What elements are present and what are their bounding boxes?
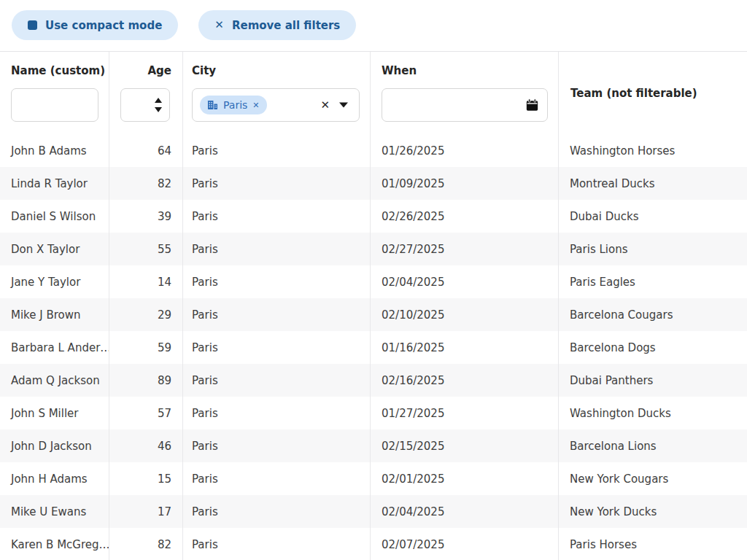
cell-age: 17 <box>109 495 183 528</box>
cell-name: Don X Taylor <box>0 233 109 265</box>
cell-name: Adam Q Jackson <box>0 364 109 397</box>
column-title-name: Name (custom) <box>11 64 98 77</box>
cell-name: Jane Y Taylor <box>0 265 109 298</box>
table-row: Adam Q Jackson 89 Paris 02/16/2025 Dubai… <box>0 364 747 397</box>
cell-when: 02/01/2025 <box>371 462 559 495</box>
cell-team: Washington Ducks <box>559 397 747 429</box>
cell-team: Paris Horses <box>559 528 747 560</box>
cell-when: 02/04/2025 <box>371 265 559 298</box>
cell-team: Washington Horses <box>559 134 747 167</box>
filled-square-icon <box>28 20 37 30</box>
cell-age: 15 <box>109 462 183 495</box>
city-chip-paris[interactable]: Paris ✕ <box>200 96 267 114</box>
cell-city: Paris <box>183 200 371 233</box>
name-filter-input[interactable] <box>11 88 98 122</box>
cell-when: 01/27/2025 <box>371 397 559 429</box>
table-row: Barbara L Ander… 59 Paris 01/16/2025 Bar… <box>0 331 747 364</box>
table-row: John S Miller 57 Paris 01/27/2025 Washin… <box>0 397 747 429</box>
cell-name: Barbara L Ander… <box>0 331 109 364</box>
close-icon: ✕ <box>214 20 224 31</box>
cell-team: Montreal Ducks <box>559 167 747 200</box>
age-filter-input[interactable] <box>120 88 170 122</box>
when-filter-datepicker <box>382 88 548 122</box>
cell-when: 02/27/2025 <box>371 233 559 265</box>
column-header-age: Age <box>109 52 183 134</box>
cell-age: 39 <box>109 200 183 233</box>
cell-when: 02/15/2025 <box>371 429 559 462</box>
cell-city: Paris <box>183 167 371 200</box>
cell-when: 02/26/2025 <box>371 200 559 233</box>
column-title-when: When <box>382 64 547 77</box>
table-row: Mike J Brown 29 Paris 02/10/2025 Barcelo… <box>0 298 747 331</box>
cell-age: 64 <box>109 134 183 167</box>
cell-city: Paris <box>183 429 371 462</box>
cell-team: New York Cougars <box>559 462 747 495</box>
cell-age: 89 <box>109 364 183 397</box>
compact-mode-label: Use compact mode <box>45 19 162 32</box>
cell-name: Daniel S Wilson <box>0 200 109 233</box>
cell-name: Linda R Taylor <box>0 167 109 200</box>
cell-when: 01/09/2025 <box>371 167 559 200</box>
cell-city: Paris <box>183 397 371 429</box>
cell-name: Mike U Ewans <box>0 495 109 528</box>
table-row: John H Adams 15 Paris 02/01/2025 New Yor… <box>0 462 747 495</box>
table-row: Daniel S Wilson 39 Paris 02/26/2025 Duba… <box>0 200 747 233</box>
cell-team: Paris Eagles <box>559 265 747 298</box>
cell-team: Barcelona Cougars <box>559 298 747 331</box>
city-filter-multiselect[interactable]: Paris ✕ ✕ <box>192 88 360 122</box>
cell-city: Paris <box>183 495 371 528</box>
cell-age: 59 <box>109 331 183 364</box>
table-header: Name (custom) Age City <box>0 52 747 134</box>
table-row: Don X Taylor 55 Paris 02/27/2025 Paris L… <box>0 233 747 265</box>
cell-team: New York Ducks <box>559 495 747 528</box>
cell-city: Paris <box>183 462 371 495</box>
cell-name: Mike J Brown <box>0 298 109 331</box>
cell-when: 02/16/2025 <box>371 364 559 397</box>
remove-filters-label: Remove all filters <box>232 19 340 32</box>
cell-team: Barcelona Dogs <box>559 331 747 364</box>
cell-city: Paris <box>183 233 371 265</box>
chevron-down-icon[interactable] <box>339 103 348 108</box>
cell-team: Dubai Panthers <box>559 364 747 397</box>
table-row: Jane Y Taylor 14 Paris 02/04/2025 Paris … <box>0 265 747 298</box>
city-building-icon <box>207 100 218 110</box>
toolbar: Use compact mode ✕ Remove all filters <box>0 0 747 51</box>
clear-filter-icon[interactable]: ✕ <box>320 100 330 111</box>
table-row: John B Adams 64 Paris 01/26/2025 Washing… <box>0 134 747 167</box>
compact-mode-button[interactable]: Use compact mode <box>12 10 178 40</box>
cell-age: 82 <box>109 167 183 200</box>
column-title-age: Age <box>120 64 171 77</box>
multiselect-controls: ✕ <box>320 100 348 111</box>
cell-city: Paris <box>183 298 371 331</box>
column-header-when: When <box>371 52 559 134</box>
age-filter-stepper <box>120 88 170 122</box>
cell-age: 46 <box>109 429 183 462</box>
stepper-up-icon[interactable] <box>155 98 162 103</box>
cell-city: Paris <box>183 528 371 560</box>
cell-team: Dubai Ducks <box>559 200 747 233</box>
table-row: John D Jackson 46 Paris 02/15/2025 Barce… <box>0 429 747 462</box>
table-row: Karen B McGreg… 82 Paris 02/07/2025 Pari… <box>0 528 747 560</box>
when-filter-input[interactable] <box>382 88 548 122</box>
column-header-name: Name (custom) <box>0 52 109 134</box>
remove-all-filters-button[interactable]: ✕ Remove all filters <box>198 10 356 40</box>
stepper-buttons <box>155 98 162 112</box>
chip-remove-icon[interactable]: ✕ <box>252 101 259 109</box>
table-body: John B Adams 64 Paris 01/26/2025 Washing… <box>0 134 747 560</box>
cell-name: John D Jackson <box>0 429 109 462</box>
city-chip-label: Paris <box>223 99 247 111</box>
column-title-city: City <box>192 64 359 77</box>
cell-team: Barcelona Lions <box>559 429 747 462</box>
cell-city: Paris <box>183 331 371 364</box>
cell-city: Paris <box>183 134 371 167</box>
cell-age: 14 <box>109 265 183 298</box>
table-row: Linda R Taylor 82 Paris 01/09/2025 Montr… <box>0 167 747 200</box>
cell-when: 02/10/2025 <box>371 298 559 331</box>
calendar-icon[interactable] <box>526 99 538 112</box>
column-header-team: Team (not filterable) <box>559 52 747 134</box>
stepper-down-icon[interactable] <box>155 107 162 112</box>
cell-when: 01/16/2025 <box>371 331 559 364</box>
cell-when: 02/07/2025 <box>371 528 559 560</box>
data-table: Name (custom) Age City <box>0 51 747 560</box>
cell-age: 29 <box>109 298 183 331</box>
